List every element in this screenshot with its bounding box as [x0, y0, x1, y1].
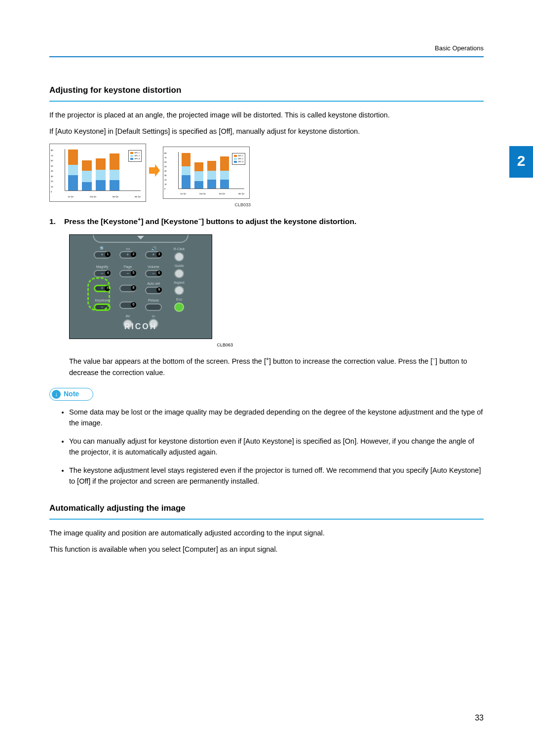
arrow-icon	[149, 164, 160, 177]
chart2-yticks: 80 70 60 50 40 30 20 10 0	[164, 152, 166, 190]
remote-control-illustration: 🔍+1 ▭+2 🔊+3 R-Click Magnify−4 Page−5 Vol…	[69, 234, 212, 339]
remote-brand: RICOH	[124, 321, 157, 333]
page-icon: ▭	[126, 247, 130, 251]
remote-dpad-outline	[93, 235, 189, 243]
step-1-text: Press the [Keystone+] and [Keystone−] bu…	[64, 216, 356, 227]
rclick-button	[174, 252, 184, 262]
note-item: The keystone adjustment level stays regi…	[69, 465, 484, 487]
chart1-xticks: 1st Qtr 2nd Qtr 3rd Qtr 4th Qtr	[68, 195, 141, 198]
section1-para1: If the projector is placed at an angle, …	[49, 110, 484, 120]
section1-title: Adjusting for keystone distortion	[49, 84, 484, 97]
figure1-id: CLB033	[49, 202, 251, 209]
keystone-chart-distorted: 80 70 60 50 40 30 20 10 0 1st Qtr 2nd Qt…	[49, 144, 146, 202]
note-item: Some data may be lost or the image quali…	[69, 407, 484, 429]
magnify-search-icon: 🔍	[100, 247, 105, 251]
section2-para2: This function is available when you sele…	[49, 544, 484, 555]
step-1-number: 1.	[49, 216, 60, 227]
header-rule	[49, 56, 484, 57]
keystone-chart-corrected: 80 70 60 50 40 30 20 10 0 1st Qtr 2nd Qt…	[163, 147, 250, 199]
section2-title: Automatically adjusting the image	[49, 502, 484, 515]
eco-button	[174, 302, 184, 312]
section1-para2: If [Auto Keystone] in [Default Settings]…	[49, 126, 484, 137]
note-list: Some data may be lost or the image quali…	[49, 407, 484, 487]
document-page: Basic Operations 2 Adjusting for keyston…	[0, 0, 533, 756]
figure2-id: CLB063	[69, 342, 233, 349]
note-arrow-icon: ↓	[52, 390, 61, 399]
guide-button	[174, 269, 184, 278]
chart2-xticks: 1st Qtr 2nd Qtr 3rd Qtr 4th Qtr	[180, 192, 244, 195]
note-badge: ↓ Note	[49, 388, 93, 401]
running-header: Basic Operations	[49, 43, 484, 53]
section-underline	[49, 101, 484, 102]
header-section-label: Basic Operations	[435, 43, 484, 53]
section2-para1: The image quality and position are autom…	[49, 528, 484, 538]
chapter-tab: 2	[509, 146, 533, 178]
keystone-figure: 80 70 60 50 40 30 20 10 0 1st Qtr 2nd Qt…	[49, 144, 484, 202]
remote-figure: 🔍+1 ▭+2 🔊+3 R-Click Magnify−4 Page−5 Vol…	[69, 234, 484, 339]
chart1-yticks: 80 70 60 50 40 30 20 10 0	[51, 149, 53, 193]
section-underline	[49, 519, 484, 520]
chart2-legend: SPL 1 SPL 2 SPL 3	[232, 153, 245, 165]
note-item: You can manually adjust for keystone dis…	[69, 436, 484, 458]
aspect-button	[174, 286, 184, 295]
chapter-number: 2	[517, 151, 526, 174]
keystone-highlight-outline	[87, 277, 110, 311]
volume-icon: 🔊	[151, 247, 156, 251]
step-1: 1. Press the [Keystone+] and [Keystone−]…	[49, 216, 484, 227]
chart1-legend: SPL 1 SPL 2 SPL 3	[128, 150, 142, 162]
step1-result: The value bar appears at the bottom of t…	[69, 356, 484, 378]
page-number: 33	[475, 712, 484, 724]
note-label: Note	[64, 389, 79, 400]
